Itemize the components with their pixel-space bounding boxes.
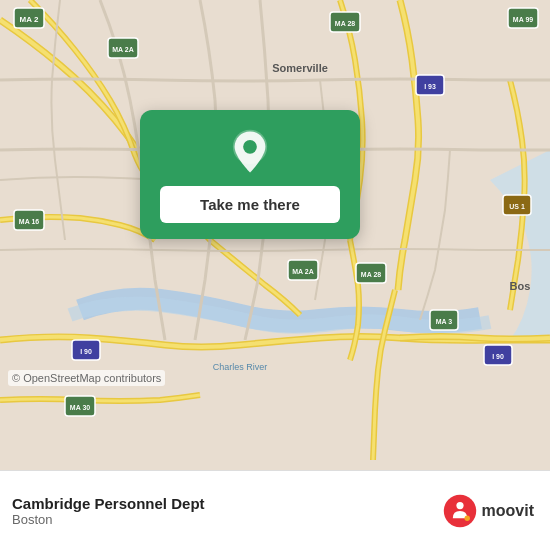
moovit-icon: [442, 493, 478, 529]
svg-text:I 90: I 90: [492, 353, 504, 360]
svg-text:US 1: US 1: [509, 203, 525, 210]
take-me-there-button[interactable]: Take me there: [160, 186, 340, 223]
svg-text:I 93: I 93: [424, 83, 436, 90]
svg-text:MA 28: MA 28: [361, 271, 381, 278]
svg-point-31: [243, 140, 257, 154]
moovit-text: moovit: [482, 502, 534, 520]
moovit-logo: moovit: [442, 493, 534, 529]
svg-text:Charles River: Charles River: [213, 362, 268, 372]
svg-text:MA 30: MA 30: [70, 404, 90, 411]
svg-point-34: [464, 515, 469, 520]
svg-text:I 90: I 90: [80, 348, 92, 355]
svg-text:MA 28: MA 28: [335, 20, 355, 27]
svg-text:MA 2: MA 2: [20, 15, 39, 24]
location-info: Cambridge Personnel Dept Boston: [12, 495, 205, 527]
svg-text:MA 2A: MA 2A: [292, 268, 314, 275]
svg-text:MA 16: MA 16: [19, 218, 39, 225]
map-attribution: © OpenStreetMap contributors: [8, 370, 165, 386]
popup-card: Take me there: [140, 110, 360, 239]
svg-text:MA 99: MA 99: [513, 16, 533, 23]
location-pin-icon: [226, 128, 274, 176]
svg-text:MA 3: MA 3: [436, 318, 453, 325]
svg-point-33: [456, 502, 463, 509]
bottom-bar: Cambridge Personnel Dept Boston moovit: [0, 470, 550, 550]
svg-text:Somerville: Somerville: [272, 62, 328, 74]
location-name: Cambridge Personnel Dept: [12, 495, 205, 512]
map-container: MA 2 MA 2A MA 16 MA 28 I 93 MA 99 US 1 M…: [0, 0, 550, 470]
svg-text:MA 2A: MA 2A: [112, 46, 134, 53]
location-city: Boston: [12, 512, 205, 527]
svg-text:Bos: Bos: [510, 280, 531, 292]
